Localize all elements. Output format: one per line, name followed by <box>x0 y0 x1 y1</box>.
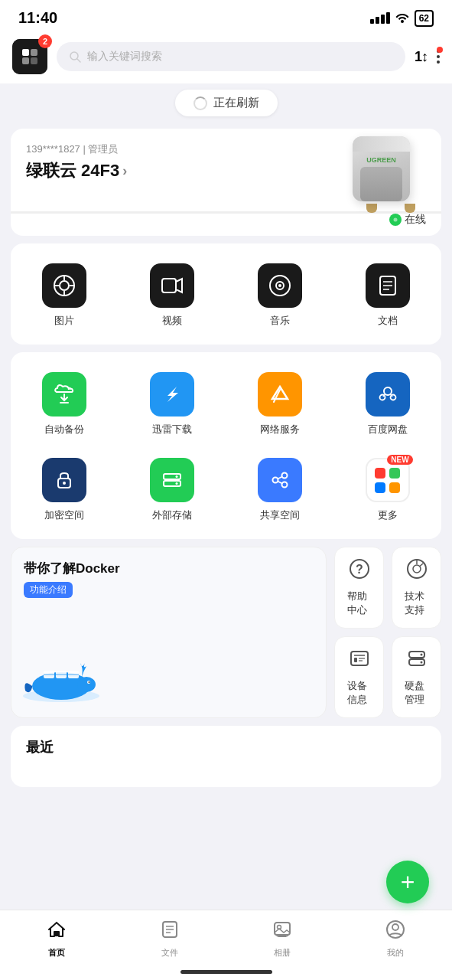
online-status: 在线 <box>389 213 426 227</box>
encrypt-icon <box>42 458 86 502</box>
status-icons: 62 <box>370 10 434 27</box>
svg-line-38 <box>278 477 282 479</box>
storage-icon <box>150 458 194 502</box>
svg-rect-0 <box>22 49 29 56</box>
widgets-grid: ? 帮助中心 技术支持 <box>334 547 441 718</box>
app-music[interactable]: 音乐 <box>226 251 334 337</box>
disk-icon <box>406 648 428 675</box>
info-label: 设备信息 <box>347 679 371 707</box>
svg-point-64 <box>420 654 422 656</box>
photos-label: 图片 <box>54 314 74 328</box>
nav-home[interactable]: 首页 <box>0 916 113 962</box>
top-bar: 2 输入关键词搜索 1↕ <box>0 33 452 83</box>
battery-icon: 62 <box>415 10 434 27</box>
music-label: 音乐 <box>270 314 290 328</box>
app-storage[interactable]: 外部存储 <box>119 446 226 531</box>
svg-rect-32 <box>164 481 180 486</box>
docs-label: 文档 <box>378 314 398 328</box>
svg-rect-66 <box>54 932 59 936</box>
avatar-wrap[interactable]: 2 <box>12 39 47 74</box>
online-label: 在线 <box>405 213 426 227</box>
widget-disk[interactable]: 硬盘管理 <box>392 636 441 718</box>
fab-add-button[interactable]: + <box>386 861 429 903</box>
refresh-banner: 正在刷新 <box>0 83 452 119</box>
more-menu-button[interactable] <box>437 50 440 64</box>
recent-section: 最近 <box>11 726 441 787</box>
app-video[interactable]: 视频 <box>119 251 226 337</box>
profile-icon <box>385 920 405 944</box>
file-icon <box>160 920 180 944</box>
more-label: 更多 <box>378 508 398 522</box>
app-docs[interactable]: 文档 <box>333 251 441 337</box>
network-label: 网络服务 <box>260 423 300 436</box>
nav-album[interactable]: 相册 <box>226 916 340 962</box>
widget-info[interactable]: 设备信息 <box>334 636 384 718</box>
app-baidu[interactable]: 百度网盘 <box>333 360 441 446</box>
docker-title: 带你了解Docker <box>24 560 314 577</box>
online-dot-icon <box>389 214 402 226</box>
video-icon <box>150 263 194 308</box>
svg-point-42 <box>77 677 96 692</box>
svg-line-39 <box>278 482 282 484</box>
device-card[interactable]: 139****1827 | 管理员 绿联云 24F3 › UGREEN <box>11 129 441 236</box>
nav-profile[interactable]: 我的 <box>339 916 452 962</box>
svg-marker-24 <box>272 387 288 399</box>
app-backup[interactable]: 自动备份 <box>11 360 119 446</box>
nav-profile-label: 我的 <box>387 947 404 959</box>
signal-icon <box>370 12 390 24</box>
network-icon <box>258 372 302 416</box>
svg-line-5 <box>77 59 80 62</box>
info-icon <box>349 648 370 675</box>
app-xunlei[interactable]: 迅雷下载 <box>119 360 226 446</box>
backup-label: 自动备份 <box>44 423 84 436</box>
svg-point-30 <box>63 482 66 485</box>
share-icon <box>258 458 302 502</box>
album-icon <box>272 920 292 944</box>
baidu-icon <box>366 372 410 416</box>
media-apps-section: 图片 视频 音乐 <box>11 243 441 345</box>
svg-point-35 <box>272 478 278 483</box>
search-bar[interactable]: 输入关键词搜索 <box>57 42 405 71</box>
spinner-icon <box>193 96 207 110</box>
music-icon <box>258 263 302 308</box>
svg-rect-3 <box>31 57 37 64</box>
svg-point-77 <box>392 924 398 930</box>
app-photos[interactable]: 图片 <box>11 251 119 337</box>
svg-rect-2 <box>22 57 29 64</box>
app-more[interactable]: NEW 更多 <box>333 446 441 531</box>
help-label: 帮助中心 <box>347 590 371 617</box>
device-image: UGREEN <box>353 136 429 220</box>
xunlei-label: 迅雷下载 <box>152 423 192 436</box>
nav-files-label: 文件 <box>161 947 178 959</box>
widget-help[interactable]: ? 帮助中心 <box>334 547 384 629</box>
docs-icon <box>366 263 410 308</box>
svg-point-18 <box>278 284 281 287</box>
service-apps-grid: 自动备份 迅雷下载 网络服务 <box>11 360 441 531</box>
svg-point-54 <box>413 565 421 573</box>
svg-marker-15 <box>176 279 182 292</box>
top-right-actions: 1↕ <box>415 49 440 65</box>
notification-badge: 2 <box>38 34 52 48</box>
nav-album-label: 相册 <box>274 947 291 959</box>
app-share[interactable]: 共享空间 <box>226 446 334 531</box>
status-bar: 11:40 62 <box>0 0 452 33</box>
xunlei-icon <box>150 372 194 416</box>
docker-whale-icon <box>19 646 103 711</box>
app-encrypt[interactable]: 加密空间 <box>11 446 119 531</box>
disk-label: 硬盘管理 <box>405 679 428 707</box>
widget-tech[interactable]: 技术支持 <box>392 547 441 629</box>
status-time: 11:40 <box>18 9 57 27</box>
app-network[interactable]: 网络服务 <box>226 360 334 446</box>
sort-icon[interactable]: 1↕ <box>415 49 428 65</box>
svg-point-36 <box>281 473 287 479</box>
svg-line-56 <box>420 564 423 567</box>
nav-files[interactable]: 文件 <box>113 916 226 962</box>
service-apps-section: 自动备份 迅雷下载 网络服务 <box>11 352 441 539</box>
new-badge: NEW <box>387 455 412 465</box>
search-placeholder: 输入关键词搜索 <box>87 50 162 64</box>
recent-title: 最近 <box>26 740 54 755</box>
tech-icon <box>406 558 428 585</box>
docker-card[interactable]: 带你了解Docker 功能介绍 <box>11 547 327 718</box>
right-widgets: ? 帮助中心 技术支持 <box>334 547 441 718</box>
chevron-right-icon: › <box>122 163 127 179</box>
